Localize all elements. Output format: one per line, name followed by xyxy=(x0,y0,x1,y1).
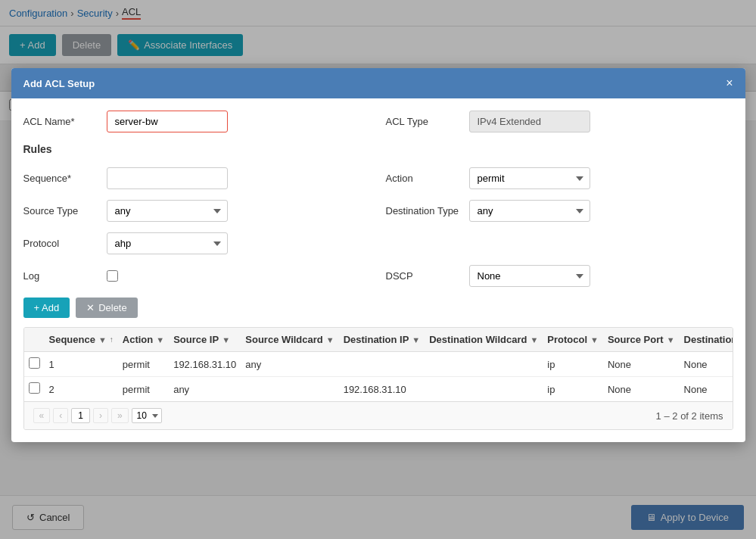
next-page-button[interactable]: › xyxy=(93,408,108,423)
inner-col-source-wc: Source Wildcard ▼ xyxy=(241,328,338,352)
acl-name-input[interactable] xyxy=(107,111,228,132)
sequence-filter-icon[interactable]: ▼ xyxy=(98,335,107,344)
action-filter-icon[interactable]: ▼ xyxy=(156,335,164,344)
rules-title: Rules xyxy=(23,143,733,158)
rule-1-src-port: None xyxy=(603,352,680,377)
modal-body: ACL Name* ACL Type IPv4 Extended Rules S… xyxy=(11,98,745,442)
destination-type-group: Destination Type any host network xyxy=(386,200,733,222)
dscp-select[interactable]: None AF11 AF12 EF xyxy=(469,265,590,287)
delete-rule-label: Delete xyxy=(98,302,127,313)
prev-page-button[interactable]: ‹ xyxy=(53,408,68,423)
action-label: Action xyxy=(386,173,462,184)
source-ip-filter-icon[interactable]: ▼ xyxy=(222,335,230,344)
rule-row-1-checkbox[interactable] xyxy=(29,357,40,369)
rule-2-seq: 2 xyxy=(45,377,118,402)
rule-1-source-wc: any xyxy=(241,352,338,377)
rule-1-seq: 1 xyxy=(45,352,118,377)
inner-col-dest-ip: Destination IP ▼ xyxy=(339,328,425,352)
rules-table-container: Sequence ▼ ↑ Action ▼ xyxy=(23,327,733,430)
rule-row-1: 1 permit 192.168.31.10 any ip None None … xyxy=(24,352,733,377)
inner-col-action: Action ▼ xyxy=(118,328,169,352)
rule-2-source-ip: any xyxy=(169,377,241,402)
inner-col-sequence: Sequence ▼ ↑ xyxy=(45,328,118,352)
protocol-label: Protocol xyxy=(23,238,99,249)
page-info: 1 – 2 of 2 items xyxy=(656,410,723,422)
modal-close-button[interactable]: × xyxy=(726,77,733,89)
destination-type-label: Destination Type xyxy=(386,205,462,217)
source-wc-filter-icon[interactable]: ▼ xyxy=(326,335,334,344)
source-dest-row: Source Type any host network Destination… xyxy=(23,200,733,222)
sequence-sort-icon[interactable]: ↑ xyxy=(110,335,114,344)
destination-type-select[interactable]: any host network xyxy=(469,200,590,222)
delete-rule-button[interactable]: ✕ Delete xyxy=(76,298,138,318)
rule-1-action: permit xyxy=(118,352,169,377)
modal-title: Add ACL Setup xyxy=(23,78,95,89)
inner-col-protocol: Protocol ▼ xyxy=(543,328,603,352)
acl-type-display: IPv4 Extended xyxy=(469,111,590,132)
rule-2-dst-port: None xyxy=(680,377,733,402)
acl-name-group: ACL Name* xyxy=(23,111,371,132)
pagination-bar: « ‹ 1 › » 10 25 50 1 – 2 of 2 items xyxy=(24,401,733,429)
rule-1-protocol: ip xyxy=(543,352,603,377)
protocol-filter-icon[interactable]: ▼ xyxy=(590,335,599,344)
inner-col-src-port: Source Port ▼ xyxy=(603,328,680,352)
rule-1-dst-port: None xyxy=(680,352,733,377)
src-port-filter-icon[interactable]: ▼ xyxy=(667,335,675,344)
rule-row-2: 2 permit any 192.168.31.10 ip None None … xyxy=(24,377,733,402)
rule-2-action: permit xyxy=(118,377,169,402)
add-acl-modal: Add ACL Setup × ACL Name* ACL Type IPv4 … xyxy=(11,68,745,442)
pagination-controls: « ‹ 1 › » 10 25 50 xyxy=(33,408,162,423)
modal-header: Add ACL Setup × xyxy=(11,68,745,98)
dest-ip-filter-icon[interactable]: ▼ xyxy=(412,335,420,344)
dscp-label: DSCP xyxy=(386,270,462,282)
dest-wc-filter-icon[interactable]: ▼ xyxy=(530,335,538,344)
rule-1-dest-ip xyxy=(339,352,425,377)
rule-2-protocol: ip xyxy=(543,377,603,402)
sequence-label: Sequence* xyxy=(23,173,99,184)
sequence-input[interactable] xyxy=(107,167,228,189)
rule-2-dest-wc xyxy=(425,377,543,402)
rule-1-source-ip: 192.168.31.10 xyxy=(169,352,241,377)
sequence-group: Sequence* xyxy=(23,167,371,189)
add-rule-button[interactable]: + Add xyxy=(23,298,70,318)
protocol-group: Protocol ahp ip tcp udp icmp xyxy=(23,232,371,254)
source-type-select[interactable]: any host network xyxy=(107,200,228,222)
rule-1-dest-wc xyxy=(425,352,543,377)
sequence-action-row: Sequence* Action permit deny xyxy=(23,167,733,189)
acl-type-group: ACL Type IPv4 Extended xyxy=(386,111,733,132)
inner-col-dest-wc: Destination Wildcard ▼ xyxy=(425,328,543,352)
delete-x-icon: ✕ xyxy=(86,302,95,313)
first-page-button[interactable]: « xyxy=(33,408,51,423)
source-type-label: Source Type xyxy=(23,205,99,217)
last-page-button[interactable]: » xyxy=(111,408,129,423)
inner-col-source-ip: Source IP ▼ xyxy=(169,328,241,352)
rule-2-src-port: None xyxy=(603,377,680,402)
acl-name-label: ACL Name* xyxy=(23,116,99,127)
source-type-group: Source Type any host network xyxy=(23,200,371,222)
log-group: Log xyxy=(23,270,371,282)
acl-name-row: ACL Name* ACL Type IPv4 Extended xyxy=(23,111,733,132)
log-checkbox[interactable] xyxy=(107,270,118,282)
acl-type-label: ACL Type xyxy=(386,116,462,127)
dscp-group: DSCP None AF11 AF12 EF xyxy=(386,265,733,287)
log-dscp-row: Log DSCP None AF11 AF12 EF xyxy=(23,265,733,287)
rule-2-dest-ip: 192.168.31.10 xyxy=(339,377,425,402)
inner-col-checkbox xyxy=(24,328,45,352)
inner-col-dst-port: Destination Port ▼ xyxy=(680,328,733,352)
page-size-select[interactable]: 10 25 50 xyxy=(132,408,162,423)
rule-row-2-checkbox[interactable] xyxy=(29,382,40,394)
action-group: Action permit deny xyxy=(386,167,733,189)
rules-table: Sequence ▼ ↑ Action ▼ xyxy=(24,328,733,401)
action-select[interactable]: permit deny xyxy=(469,167,590,189)
protocol-select[interactable]: ahp ip tcp udp icmp xyxy=(107,232,228,254)
log-label: Log xyxy=(23,270,99,282)
rule-action-bar: + Add ✕ Delete xyxy=(23,298,733,318)
protocol-row: Protocol ahp ip tcp udp icmp xyxy=(23,232,733,254)
modal-overlay: Add ACL Setup × ACL Name* ACL Type IPv4 … xyxy=(0,0,756,539)
current-page: 1 xyxy=(71,408,90,423)
rule-2-source-wc xyxy=(241,377,338,402)
